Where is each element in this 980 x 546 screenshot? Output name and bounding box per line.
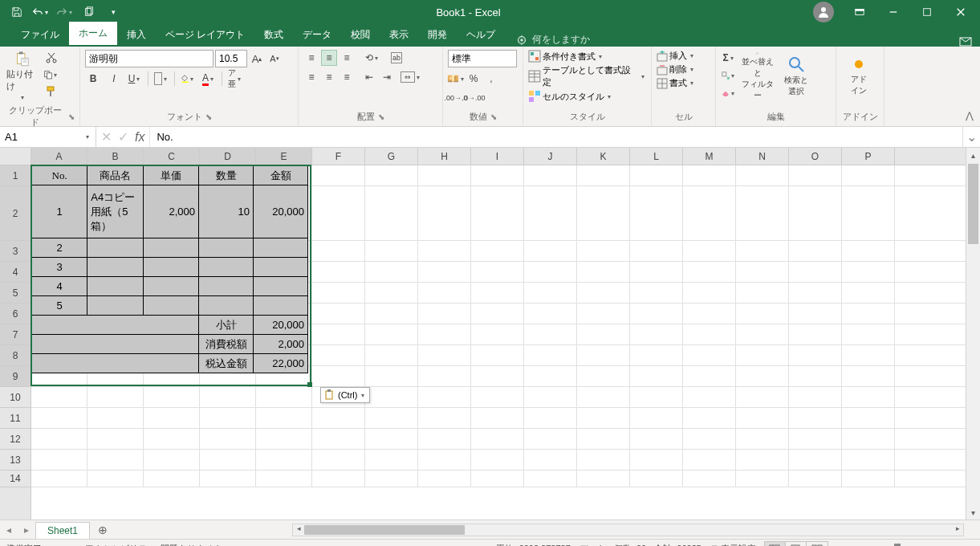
undo-button[interactable]: ▾ [30, 2, 51, 22]
format-painter-button[interactable] [43, 84, 59, 100]
cell-G7[interactable] [365, 324, 418, 344]
cell-P3[interactable] [842, 241, 895, 261]
cell-C11[interactable] [144, 408, 200, 428]
fill-color-button[interactable]: ▾ [180, 71, 196, 87]
cell-F12[interactable] [312, 429, 365, 449]
cell-I6[interactable] [471, 304, 524, 324]
hscroll-thumb[interactable] [304, 525, 465, 535]
underline-button[interactable]: U▾ [127, 71, 143, 87]
cell-J1[interactable] [524, 165, 577, 185]
cell-G9[interactable] [365, 366, 418, 386]
col-header-M[interactable]: M [683, 148, 736, 165]
cell-B11[interactable] [87, 408, 144, 428]
cell-I13[interactable] [471, 450, 524, 470]
cell-I10[interactable] [471, 387, 524, 407]
cell-C13[interactable] [144, 450, 200, 470]
cell-G14[interactable] [365, 471, 418, 487]
vscroll-thumb[interactable] [968, 164, 978, 244]
cell-M4[interactable] [683, 262, 736, 282]
cell-K10[interactable] [577, 387, 630, 407]
col-header-K[interactable]: K [577, 148, 630, 165]
cell-I1[interactable] [471, 165, 524, 185]
row-header-1[interactable]: 1 [0, 165, 30, 186]
tab-view[interactable]: 表示 [380, 23, 418, 47]
cell-M14[interactable] [683, 471, 736, 487]
cell-I12[interactable] [471, 429, 524, 449]
cell-P1[interactable] [842, 165, 895, 185]
cell-J11[interactable] [524, 408, 577, 428]
cell-F9[interactable] [312, 366, 365, 386]
cell-F6[interactable] [312, 304, 365, 324]
increase-indent-button[interactable]: ⇥ [379, 69, 395, 85]
cell-K4[interactable] [577, 262, 630, 282]
col-header-C[interactable]: C [144, 148, 200, 165]
ribbon-display-button[interactable] [844, 1, 876, 23]
cell-G8[interactable] [365, 345, 418, 365]
cell-P7[interactable] [842, 324, 895, 344]
cell-H13[interactable] [418, 450, 471, 470]
delete-cells-button[interactable]: 削除▾ [657, 63, 695, 75]
cell-O11[interactable] [789, 408, 842, 428]
cell-K1[interactable] [577, 165, 630, 185]
cell-K2[interactable] [577, 186, 630, 240]
cell-P10[interactable] [842, 387, 895, 407]
cell-F2[interactable] [312, 186, 365, 240]
cell-H4[interactable] [418, 262, 471, 282]
cell-M3[interactable] [683, 241, 736, 261]
minimize-button[interactable] [877, 1, 909, 23]
cell-N1[interactable] [736, 165, 789, 185]
cell-O9[interactable] [789, 366, 842, 386]
cell-A11[interactable] [31, 408, 87, 428]
format-cells-button[interactable]: 書式▾ [657, 77, 695, 89]
wrap-text-button[interactable]: ab [388, 50, 405, 66]
col-header-B[interactable]: B [87, 148, 144, 165]
cell-I2[interactable] [471, 186, 524, 240]
clipboard-launcher[interactable]: ⬊ [68, 112, 75, 121]
cell-P9[interactable] [842, 366, 895, 386]
tab-formulas[interactable]: 数式 [254, 23, 293, 47]
col-header-D[interactable]: D [200, 148, 256, 165]
cell-G3[interactable] [365, 241, 418, 261]
increase-font-button[interactable]: A▴ [249, 51, 265, 67]
cell-A12[interactable] [31, 429, 87, 449]
font-color-button[interactable]: A▾ [201, 71, 217, 87]
cell-L4[interactable] [630, 262, 683, 282]
select-all-corner[interactable] [0, 148, 31, 165]
cell-E14[interactable] [256, 471, 312, 487]
col-header-E[interactable]: E [256, 148, 312, 165]
col-header-O[interactable]: O [789, 148, 842, 165]
cell-I3[interactable] [471, 241, 524, 261]
cell-N13[interactable] [736, 450, 789, 470]
cell-H6[interactable] [418, 304, 471, 324]
fx-button[interactable]: fx [135, 130, 144, 145]
row-header-5[interactable]: 5 [0, 283, 30, 304]
account-icon[interactable] [813, 2, 834, 22]
align-middle-button[interactable]: ≡ [321, 50, 337, 66]
redo-button[interactable]: ▾ [55, 2, 75, 22]
cell-M1[interactable] [683, 165, 736, 185]
cell-L3[interactable] [630, 241, 683, 261]
cell-J10[interactable] [524, 387, 577, 407]
cell-L1[interactable] [630, 165, 683, 185]
cell-G13[interactable] [365, 450, 418, 470]
cell-P13[interactable] [842, 450, 895, 470]
col-header-I[interactable]: I [471, 148, 524, 165]
col-header-P[interactable]: P [842, 148, 895, 165]
cell-N8[interactable] [736, 345, 789, 365]
cell-H11[interactable] [418, 408, 471, 428]
collapse-ribbon-button[interactable]: ⋀ [966, 110, 974, 121]
cell-C10[interactable] [144, 387, 200, 407]
cell-K7[interactable] [577, 324, 630, 344]
close-button[interactable] [945, 1, 977, 23]
cell-G5[interactable] [365, 283, 418, 303]
tab-data[interactable]: データ [293, 23, 341, 47]
cell-O2[interactable] [789, 186, 842, 240]
cell-D14[interactable] [200, 471, 256, 487]
font-launcher[interactable]: ⬊ [205, 112, 212, 121]
cell-C12[interactable] [144, 429, 200, 449]
col-header-F[interactable]: F [312, 148, 365, 165]
tab-home[interactable]: ホーム [69, 22, 117, 47]
cell-N7[interactable] [736, 324, 789, 344]
tab-review[interactable]: 校閲 [341, 23, 380, 47]
cell-K5[interactable] [577, 283, 630, 303]
